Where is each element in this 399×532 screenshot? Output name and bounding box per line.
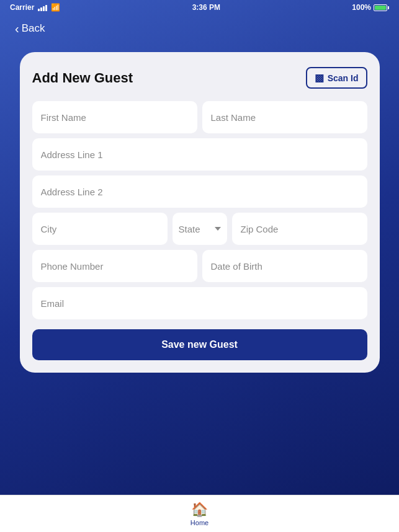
- wifi-icon: 📶: [51, 3, 60, 12]
- city-state-zip-row: State AL AK AZ CA CO FL NY TX: [32, 213, 367, 245]
- back-button[interactable]: ‹ Back: [10, 20, 50, 37]
- main-content: Add New Guest ▩ Scan Id State AL AK: [0, 42, 399, 495]
- page-title: Add New Guest: [32, 70, 133, 86]
- address-line2-input[interactable]: [32, 175, 367, 208]
- battery-percentage: 100%: [352, 3, 371, 12]
- home-icon: 🏠: [191, 502, 208, 518]
- barcode-icon: ▩: [315, 72, 324, 84]
- card-header: Add New Guest ▩ Scan Id: [32, 67, 367, 89]
- state-select[interactable]: State AL AK AZ CA CO FL NY TX: [173, 213, 227, 245]
- status-carrier: Carrier 📶: [10, 3, 60, 12]
- battery-icon: [374, 4, 389, 11]
- back-label: Back: [22, 22, 45, 35]
- signal-icon: [38, 4, 47, 11]
- card: Add New Guest ▩ Scan Id State AL AK: [20, 52, 380, 373]
- phone-number-input[interactable]: [32, 250, 197, 282]
- nav-bar: ‹ Back: [0, 15, 399, 42]
- tab-bar: 🏠 Home: [0, 495, 399, 532]
- back-chevron-icon: ‹: [15, 22, 19, 35]
- scan-id-button[interactable]: ▩ Scan Id: [306, 67, 367, 89]
- phone-dob-row: [32, 250, 367, 282]
- status-time: 3:36 PM: [192, 3, 220, 12]
- address2-row: [32, 175, 367, 208]
- first-name-input[interactable]: [32, 101, 197, 133]
- last-name-input[interactable]: [202, 101, 367, 133]
- email-row: [32, 287, 367, 319]
- name-row: [32, 101, 367, 133]
- carrier-text: Carrier: [10, 3, 34, 12]
- address1-row: [32, 138, 367, 171]
- save-guest-button[interactable]: Save new Guest: [32, 329, 367, 360]
- status-bar: Carrier 📶 3:36 PM 100%: [0, 0, 399, 15]
- zip-code-input[interactable]: [232, 213, 367, 245]
- scan-id-label: Scan Id: [328, 73, 359, 83]
- city-input[interactable]: [32, 213, 168, 245]
- address-line1-input[interactable]: [32, 138, 367, 171]
- tab-home[interactable]: 🏠 Home: [178, 499, 221, 529]
- date-of-birth-input[interactable]: [202, 250, 367, 282]
- email-input[interactable]: [32, 287, 367, 319]
- status-battery-area: 100%: [352, 3, 389, 12]
- home-tab-label: Home: [191, 519, 208, 526]
